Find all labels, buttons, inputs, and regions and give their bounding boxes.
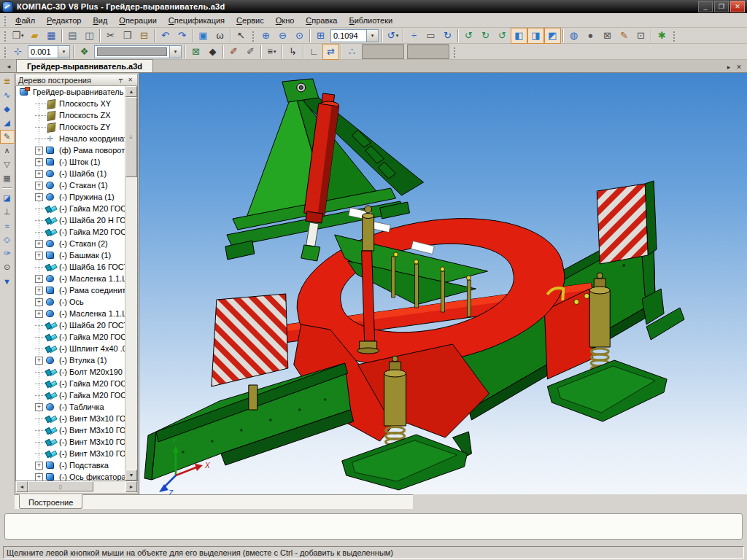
zoom-selection-button[interactable]: ⊙ [291, 28, 308, 44]
expand-toggle[interactable]: + [35, 170, 43, 178]
menu-item[interactable]: Библиотеки [344, 15, 399, 26]
tab-construction[interactable]: Построение [19, 494, 82, 509]
tree-item[interactable]: +(-) Стакан (1) [16, 179, 125, 191]
mates-button[interactable]: ∧ [0, 144, 15, 158]
expand-toggle[interactable]: + [35, 287, 43, 295]
tree-item[interactable]: +(-) Стакан (2) [16, 238, 125, 249]
rotate-view-button[interactable]: ↺▾ [384, 28, 401, 44]
print-button[interactable]: ▤ [64, 28, 81, 44]
open-button[interactable]: ▰ [26, 28, 43, 44]
3d-viewport[interactable]: Y X Z [139, 73, 747, 494]
cut-button[interactable]: ✂ [102, 28, 119, 44]
tree-item[interactable]: +(-) Пружина (1) [16, 191, 125, 203]
toolbar-grip[interactable] [673, 30, 676, 42]
tree-item[interactable]: Плоскость XY [16, 98, 125, 109]
tree-item[interactable]: (-) Шайба 20 Н ГОСТ 6402 [16, 214, 125, 226]
zoom-in-button[interactable]: ⊕ [258, 28, 274, 44]
chevron-down-icon[interactable]: ▾ [58, 46, 69, 58]
tree-item[interactable]: (-) Гайка М20 ГОСТ 5915- [16, 378, 125, 389]
view-shaded-edges-button[interactable]: ◨ [527, 28, 544, 44]
tree-item[interactable]: +(-) Втулка (1) [16, 354, 125, 366]
tree-item[interactable]: +(-) Шток (1) [16, 156, 125, 168]
document-tab[interactable]: Грейдер-выравниватель.a3d [16, 59, 153, 72]
axes-orientation-button[interactable]: ↳ [285, 44, 301, 60]
tree-item[interactable]: (-) Болт М20х190 ГОСТ 7 [16, 366, 125, 378]
minimize-button[interactable]: _ [698, 1, 713, 12]
tree-item[interactable]: +(-) Ось фиксатора [16, 471, 125, 481]
tree-item[interactable]: +(-) Табличка [16, 401, 125, 413]
tab-close-icon[interactable]: ✕ [734, 62, 744, 72]
tree-item[interactable]: +(-) Масленка 1.1.Ц9. ГОС [16, 273, 125, 284]
edit-sketch-button[interactable]: ✎ [0, 130, 15, 144]
tree-item[interactable]: (-) Винт М3х10 ГОСТ 1749 [16, 436, 125, 448]
tree-panel-header[interactable]: Дерево построения ┯ ✕ [15, 74, 138, 86]
tree-item[interactable]: (-) Шплинт 4х40 .019 ГОС [16, 343, 125, 354]
tree-item[interactable]: (-) Гайка М20 ГОСТ 5918- [16, 331, 125, 343]
snap-settings-button[interactable]: ∴ [344, 44, 360, 60]
menu-item[interactable]: Файл [9, 15, 41, 26]
menu-item[interactable]: Вид [87, 15, 113, 26]
spline-button[interactable]: ✑ [0, 246, 15, 260]
expand-toggle[interactable]: + [35, 182, 43, 190]
specification-button[interactable]: ▦ [0, 171, 15, 185]
tree-item[interactable]: +(-) Башмак (1) [16, 249, 125, 261]
chevron-down-icon[interactable]: ▾ [169, 46, 181, 58]
scrollbar-track[interactable] [93, 481, 125, 493]
line-style-button[interactable]: ≡▾ [263, 44, 280, 60]
tree-item[interactable]: +(-) Масленка 1.1.Ц9. ГОС [16, 308, 125, 319]
view-shaded-button[interactable]: ◧ [511, 28, 527, 44]
pen-1-button[interactable]: ✐ [225, 44, 242, 60]
chevron-down-icon[interactable]: ▾ [366, 30, 378, 42]
close-icon[interactable]: ✕ [125, 75, 135, 85]
print-preview-button[interactable]: ◫ [81, 28, 98, 44]
hide-objects-button[interactable]: ● [582, 28, 599, 44]
show-all-button[interactable]: ▭ [422, 28, 439, 44]
tree-item[interactable]: (-) Шайба 20 ГОСТ 11371 [16, 319, 125, 331]
tab-scroll-left-icon[interactable]: ◂ [3, 61, 15, 71]
expand-toggle[interactable]: + [35, 147, 43, 155]
expand-toggle[interactable]: + [35, 357, 43, 365]
filter-button[interactable]: ▽ [0, 158, 15, 171]
expand-toggle[interactable]: + [35, 462, 43, 470]
tree-item[interactable]: (-) Гайка М20 ГОСТ 5916- [16, 389, 125, 401]
tree-item[interactable]: (-) Гайка М20 ГОСТ 5915- [16, 226, 125, 238]
menu-item[interactable]: Окно [270, 15, 301, 26]
zoom-dynamic-button[interactable]: ÷ [406, 28, 422, 44]
tree-item[interactable]: Плоскость ZX [16, 109, 125, 121]
menu-item[interactable]: Сервис [231, 15, 270, 26]
spiral-button[interactable]: ∿ [0, 88, 15, 102]
variables-button[interactable]: ω [212, 28, 228, 44]
tree-item[interactable]: +(-) Подставка [16, 459, 125, 471]
tree-item[interactable]: (-) Винт М3х10 ГОСТ 1749 [16, 424, 125, 436]
expand-toggle[interactable]: + [35, 240, 43, 248]
expand-toggle[interactable]: + [35, 403, 43, 411]
tab-scroll-right-icon[interactable]: ▸ [724, 62, 734, 72]
expand-toggle[interactable]: + [35, 158, 43, 166]
tree-horizontal-scrollbar[interactable]: ◄ ▯ ► [15, 481, 138, 494]
paste-button[interactable]: ⊟ [136, 28, 152, 44]
toolbar-grip[interactable] [4, 46, 7, 58]
view-halftone-button[interactable]: ◩ [544, 28, 561, 44]
expand-toggle[interactable]: + [35, 275, 43, 283]
expand-toggle[interactable]: + [35, 193, 43, 201]
sketch-pencil-button[interactable]: ✎ [616, 28, 632, 44]
scroll-down-icon[interactable]: ▼ [125, 470, 137, 481]
tree-item[interactable]: +(-) Рама соединительная [16, 284, 125, 296]
variables-window-button[interactable]: ▣ [195, 28, 212, 44]
local-csys-button[interactable]: ⊠ [187, 44, 204, 60]
offset-plane-button[interactable]: ◪ [0, 191, 15, 205]
expand-toggle[interactable]: + [35, 298, 43, 306]
scrollbar-track[interactable] [125, 177, 137, 470]
set-color-button[interactable]: ❖ [76, 44, 93, 60]
tree-item[interactable]: (-) Винт М3х10 ГОСТ 1749 [16, 448, 125, 459]
expand-toggle[interactable]: + [35, 310, 43, 318]
tree-item[interactable]: +(ф) Рама поворотная [16, 144, 125, 156]
tree-item[interactable]: (-) Гайка М20 ГОСТ 5915- [16, 203, 125, 214]
help-select-button[interactable]: ↖ [233, 28, 249, 44]
dimensions-frame-button[interactable]: ⊠ [599, 28, 616, 44]
warning-board-right[interactable] [597, 181, 657, 264]
menu-item[interactable]: Операции [113, 15, 162, 26]
refresh-button[interactable]: ↻ [439, 28, 456, 44]
pen-2-button[interactable]: ✐ [242, 44, 259, 60]
axis-button[interactable]: ⊥ [0, 205, 15, 219]
